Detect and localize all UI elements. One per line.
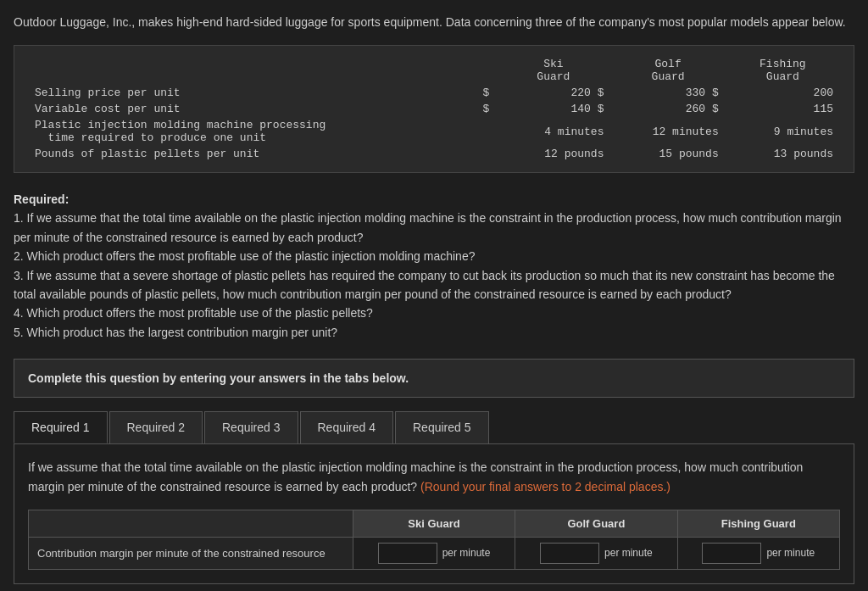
- complete-box: Complete this question by entering your …: [14, 359, 854, 398]
- answer-cell-fishing: per minute: [677, 537, 839, 569]
- answer-table-header-fishing: Fishing Guard: [677, 510, 839, 537]
- selling-price-sym: $: [458, 85, 496, 101]
- tab-content-area: If we assume that the total time availab…: [14, 444, 854, 584]
- processing-time-golf: 12 minutes: [610, 117, 725, 146]
- table-row-plastic-pellets: Pounds of plastic pellets per unit 12 po…: [28, 146, 840, 162]
- selling-price-fishing: 200: [726, 85, 840, 101]
- selling-price-ski: 220 $: [496, 85, 610, 101]
- answer-table-header-ski: Ski Guard: [353, 510, 515, 537]
- processing-time-sym: [458, 117, 496, 146]
- required-item-3: 3. If we assume that a severe shortage o…: [14, 266, 854, 304]
- variable-cost-ski: 140 $: [496, 101, 610, 117]
- plastic-pellets-golf: 15 pounds: [610, 146, 725, 162]
- tab-required-2[interactable]: Required 2: [109, 411, 203, 443]
- variable-cost-label: Variable cost per unit: [28, 101, 458, 117]
- ski-guard-input[interactable]: [378, 543, 437, 564]
- plastic-pellets-fishing: 13 pounds: [726, 146, 840, 162]
- table-header-ski: SkiGuard: [496, 56, 610, 85]
- table-header-label: [28, 56, 458, 85]
- fishing-guard-unit: per minute: [766, 547, 815, 559]
- answer-table: Ski Guard Golf Guard Fishing Guard Contr…: [28, 510, 840, 570]
- tabs-container: Required 1 Required 2 Required 3 Require…: [14, 411, 854, 444]
- required-label: Required:: [14, 192, 69, 206]
- tab-required-4[interactable]: Required 4: [300, 411, 394, 443]
- answer-row-label: Contribution margin per minute of the co…: [29, 537, 353, 569]
- required-item-5: 5. Which product has the largest contrib…: [14, 323, 854, 342]
- data-table-container: SkiGuard GolfGuard FishingGuard Selling …: [14, 45, 854, 173]
- required-item-1: 1. If we assume that the total time avai…: [14, 209, 854, 247]
- tab-required-1[interactable]: Required 1: [14, 411, 108, 443]
- answer-table-header-golf: Golf Guard: [515, 510, 677, 537]
- tab-required-3[interactable]: Required 3: [204, 411, 298, 443]
- table-header-sym1: [458, 56, 496, 85]
- variable-cost-golf: 260 $: [610, 101, 725, 117]
- ski-guard-unit: per minute: [442, 547, 491, 559]
- processing-time-fishing: 9 minutes: [726, 117, 840, 146]
- required-item-2: 2. Which product offers the most profita…: [14, 247, 854, 265]
- intro-text: Outdoor Luggage, Inc., makes high-end ha…: [14, 14, 854, 31]
- answer-cell-ski: per minute: [353, 537, 515, 569]
- tab-description-highlight: (Round your final answers to 2 decimal p…: [420, 480, 670, 493]
- product-data-table: SkiGuard GolfGuard FishingGuard Selling …: [28, 56, 840, 162]
- answer-table-empty-header: [29, 510, 353, 537]
- fishing-guard-input[interactable]: [702, 543, 761, 564]
- table-row-processing-time: Plastic injection molding machine proces…: [28, 117, 840, 146]
- selling-price-label: Selling price per unit: [28, 85, 458, 101]
- answer-table-row: Contribution margin per minute of the co…: [29, 537, 840, 569]
- table-header-fishing: FishingGuard: [726, 56, 840, 85]
- golf-guard-unit: per minute: [604, 547, 653, 559]
- plastic-pellets-sym: [458, 146, 496, 162]
- plastic-pellets-ski: 12 pounds: [496, 146, 610, 162]
- page-container: Outdoor Luggage, Inc., makes high-end ha…: [0, 0, 868, 591]
- table-row-selling-price: Selling price per unit $ 220 $ 330 $ 200: [28, 85, 840, 101]
- required-item-4: 4. Which product offers the most profita…: [14, 304, 854, 322]
- variable-cost-sym: $: [458, 101, 496, 117]
- tab-description: If we assume that the total time availab…: [28, 458, 840, 496]
- answer-cell-golf: per minute: [515, 537, 677, 569]
- plastic-pellets-label: Pounds of plastic pellets per unit: [28, 146, 458, 162]
- processing-time-label: Plastic injection molding machine proces…: [28, 117, 458, 146]
- golf-guard-input[interactable]: [540, 543, 599, 564]
- processing-time-ski: 4 minutes: [496, 117, 610, 146]
- complete-box-text: Complete this question by entering your …: [28, 371, 409, 385]
- variable-cost-fishing: 115: [726, 101, 840, 117]
- table-header-golf: GolfGuard: [610, 56, 725, 85]
- required-section: Required: 1. If we assume that the total…: [14, 190, 854, 342]
- tab-required-5[interactable]: Required 5: [395, 411, 489, 443]
- table-row-variable-cost: Variable cost per unit $ 140 $ 260 $ 115: [28, 101, 840, 117]
- selling-price-golf: 330 $: [610, 85, 725, 101]
